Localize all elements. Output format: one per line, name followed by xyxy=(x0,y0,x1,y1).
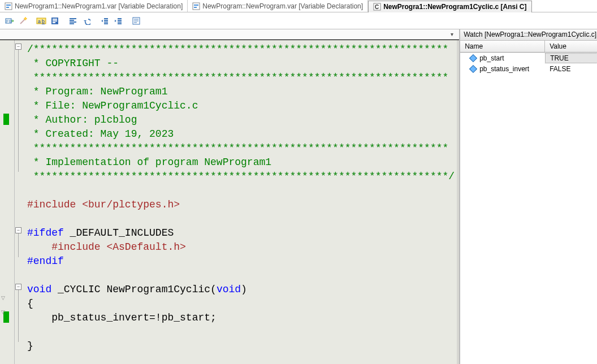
editor-tab[interactable]: NewProgram::NewProgram.var [Variable Dec… xyxy=(188,0,368,12)
svg-rect-16 xyxy=(53,20,57,21)
fb-insert-icon[interactable]: FB xyxy=(3,15,16,27)
svg-rect-3 xyxy=(193,3,200,10)
watch-col-name[interactable]: Name xyxy=(460,41,545,52)
tab-label: NewProgram1::NewProgram1.var [Variable D… xyxy=(15,2,183,10)
var-file-icon xyxy=(192,2,200,10)
chevron-down-icon[interactable]: ▾ xyxy=(448,31,456,37)
tab-label: NewProgra1::NewProgram1Cyclic.c [Ansi C] xyxy=(383,3,526,11)
align-left-icon[interactable] xyxy=(67,15,79,27)
svg-rect-15 xyxy=(53,19,57,20)
editor-tabs: NewProgram1::NewProgram1.var [Variable D… xyxy=(0,0,597,12)
editor-nav-bar: ▾ xyxy=(0,29,459,40)
fold-gutter: − − − xyxy=(15,40,23,364)
svg-rect-5 xyxy=(194,7,197,8)
watch-var-name: pb_status_invert xyxy=(460,64,545,73)
svg-text:FB: FB xyxy=(6,19,12,24)
svg-rect-1 xyxy=(6,5,11,6)
tab-label: NewProgram::NewProgram.var [Variable Dec… xyxy=(202,2,363,10)
svg-rect-17 xyxy=(53,22,55,23)
svg-rect-0 xyxy=(5,3,12,10)
variable-icon xyxy=(469,65,477,73)
editor-tab[interactable]: NewProgram1::NewProgram1.var [Variable D… xyxy=(0,0,188,12)
block-select-icon[interactable] xyxy=(49,15,61,27)
highlight-ab-icon[interactable]: ab xyxy=(35,15,47,27)
svg-rect-4 xyxy=(194,5,198,6)
vertical-scrollbar[interactable] xyxy=(457,40,459,364)
watch-row[interactable]: pb_status_invertFALSE xyxy=(460,64,597,74)
svg-text:a: a xyxy=(38,19,41,24)
watch-title: Watch [NewProgra1::NewProgram1Cyclic.c] xyxy=(460,29,597,41)
undo-icon[interactable] xyxy=(80,15,93,27)
watch-row[interactable]: pb_startTRUE xyxy=(460,53,597,64)
svg-text:b: b xyxy=(42,19,45,24)
watch-panel: Watch [NewProgra1::NewProgram1Cyclic.c] … xyxy=(460,29,597,364)
fold-toggle-icon[interactable]: − xyxy=(15,284,21,290)
source-code[interactable]: /***************************************… xyxy=(23,40,459,364)
magic-wand-icon[interactable] xyxy=(17,15,29,27)
fold-toggle-icon[interactable]: − xyxy=(15,44,21,50)
variable-icon xyxy=(469,54,477,62)
watch-columns-header: Name Value xyxy=(460,41,597,53)
var-file-icon xyxy=(5,2,12,10)
watch-var-name: pb_start xyxy=(460,54,545,63)
note-icon[interactable] xyxy=(130,15,142,27)
watch-var-value[interactable]: TRUE xyxy=(545,53,597,63)
code-area[interactable]: ▽ ▽ − − − /*****************************… xyxy=(0,40,459,364)
watch-var-value[interactable]: FALSE xyxy=(545,64,597,73)
code-editor-panel: ▾ ▽ ▽ − − − /***************************… xyxy=(0,29,460,364)
editor-gutter: ▽ ▽ xyxy=(0,40,15,364)
editor-tab[interactable]: CNewProgra1::NewProgram1Cyclic.c [Ansi C… xyxy=(368,1,531,12)
editor-toolbar: FB ab xyxy=(0,12,597,29)
fold-toggle-icon[interactable]: − xyxy=(15,227,21,233)
svg-rect-2 xyxy=(6,7,9,8)
c-file-icon: C xyxy=(373,3,381,11)
svg-text:C: C xyxy=(375,4,379,10)
indent-icon[interactable] xyxy=(112,15,124,27)
watch-col-value[interactable]: Value xyxy=(545,41,597,52)
outdent-icon[interactable] xyxy=(98,15,111,27)
